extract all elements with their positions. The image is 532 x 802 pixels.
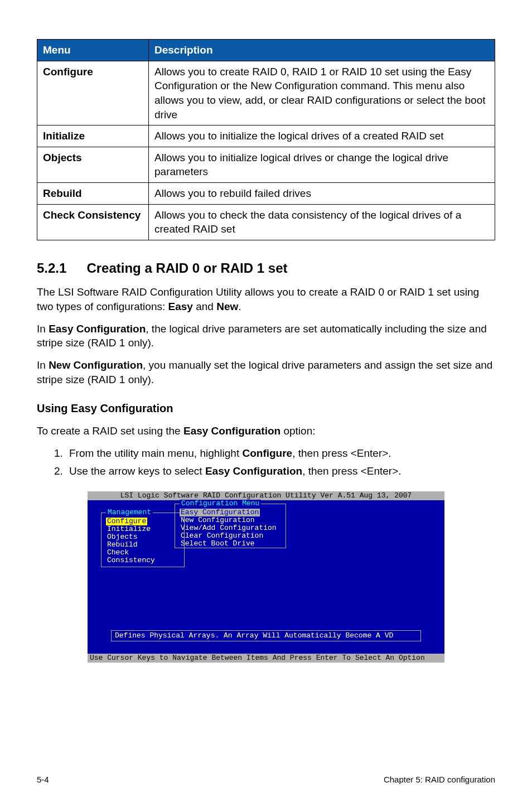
page-footer: 5-4 Chapter 5: RAID configuration xyxy=(37,774,495,785)
paragraph: In New Configuration, you manually set t… xyxy=(37,358,495,386)
management-menu-panel: Management Configure Initialize Objects … xyxy=(101,513,185,567)
table-cell-desc: Allows you to check the data consistency… xyxy=(149,204,495,240)
table-cell-desc: Allows you to initialize the logical dri… xyxy=(149,125,495,147)
table-cell-menu: Check Consistency xyxy=(37,204,149,240)
bios-footer-bar: Use Cursor Keys to Navigate Between Item… xyxy=(88,654,444,663)
bold-text: Easy Configuration xyxy=(183,425,280,437)
text: . xyxy=(238,301,241,312)
paragraph: In Easy Configuration, the logical drive… xyxy=(37,322,495,350)
table-row: Configure Allows you to create RAID 0, R… xyxy=(37,61,495,125)
text: In xyxy=(37,323,49,335)
step-item: Use the arrow keys to select Easy Config… xyxy=(66,464,495,479)
menu-description-table: Menu Description Configure Allows you to… xyxy=(37,39,495,240)
bold-text: New Configuration xyxy=(49,359,143,371)
configuration-menu-item-selected[interactable]: Easy Configuration xyxy=(180,509,260,516)
management-menu-label: Management xyxy=(106,509,153,516)
management-menu-item[interactable]: Objects xyxy=(106,533,180,541)
text: To create a RAID set using the xyxy=(37,425,183,437)
table-header-description: Description xyxy=(149,40,495,61)
bios-title-bar: LSI Logic Software RAID Configuration Ut… xyxy=(88,491,444,500)
table-row: Rebuild Allows you to rebuild failed dri… xyxy=(37,183,495,205)
configuration-menu-item[interactable]: Clear Configuration xyxy=(180,532,281,540)
text: option: xyxy=(280,425,315,437)
table-cell-desc: Allows you to create RAID 0, RAID 1 or R… xyxy=(149,61,495,125)
table-header-menu: Menu xyxy=(37,40,149,61)
configuration-menu-panel: Configuration Menu Easy Configuration Ne… xyxy=(175,504,286,548)
bold-text: Easy Configuration xyxy=(205,465,302,477)
step-item: From the utility main menu, highlight Co… xyxy=(66,446,495,461)
configuration-menu-item[interactable]: Select Boot Drive xyxy=(180,540,281,548)
section-number: 5.2.1 xyxy=(37,259,66,277)
chapter-label: Chapter 5: RAID configuration xyxy=(384,774,495,785)
text: From the utility main menu, highlight xyxy=(69,447,242,459)
paragraph: The LSI Software RAID Configuration Util… xyxy=(37,285,495,313)
text: , then press <Enter>. xyxy=(302,465,401,477)
configuration-menu-item[interactable]: View/Add Configuration xyxy=(180,524,281,532)
management-menu-item[interactable]: Rebuild xyxy=(106,541,180,549)
paragraph: To create a RAID set using the Easy Conf… xyxy=(37,424,495,438)
table-row: Check Consistency Allows you to check th… xyxy=(37,204,495,240)
page-number: 5-4 xyxy=(37,774,49,785)
configuration-menu-item[interactable]: New Configuration xyxy=(180,516,281,524)
text: Use the arrow keys to select xyxy=(69,465,205,477)
table-cell-menu: Objects xyxy=(37,147,149,182)
bios-hint-box: Defines Physical Arrays. An Array Will A… xyxy=(111,630,421,641)
bold-text: Easy Configuration xyxy=(49,323,146,335)
table-cell-menu: Configure xyxy=(37,61,149,125)
bold-text: Easy xyxy=(168,301,193,312)
bios-screenshot: LSI Logic Software RAID Configuration Ut… xyxy=(88,491,444,663)
management-menu-item[interactable]: Check Consistency xyxy=(106,549,180,564)
table-row: Objects Allows you to initialize logical… xyxy=(37,147,495,182)
text: The LSI Software RAID Configuration Util… xyxy=(37,286,479,312)
table-cell-desc: Allows you to rebuild failed drives xyxy=(149,183,495,205)
section-title: Creating a RAID 0 or RAID 1 set xyxy=(86,260,287,276)
management-menu-item-selected[interactable]: Configure xyxy=(106,518,147,525)
text: In xyxy=(37,359,49,371)
text: , then press <Enter>. xyxy=(292,447,391,459)
table-cell-desc: Allows you to initialize logical drives … xyxy=(149,147,495,182)
bold-text: New xyxy=(216,301,238,312)
bios-body: Management Configure Initialize Objects … xyxy=(88,500,444,654)
table-cell-menu: Initialize xyxy=(37,125,149,147)
subsection-heading: Using Easy Configuration xyxy=(37,401,495,416)
table-cell-menu: Rebuild xyxy=(37,183,149,205)
bold-text: Configure xyxy=(242,447,292,459)
section-heading: 5.2.1Creating a RAID 0 or RAID 1 set xyxy=(37,259,495,277)
management-menu-item[interactable]: Initialize xyxy=(106,525,180,533)
text: and xyxy=(193,301,216,312)
steps-list: From the utility main menu, highlight Co… xyxy=(37,446,495,478)
configuration-menu-label: Configuration Menu xyxy=(180,500,261,508)
table-row: Initialize Allows you to initialize the … xyxy=(37,125,495,147)
